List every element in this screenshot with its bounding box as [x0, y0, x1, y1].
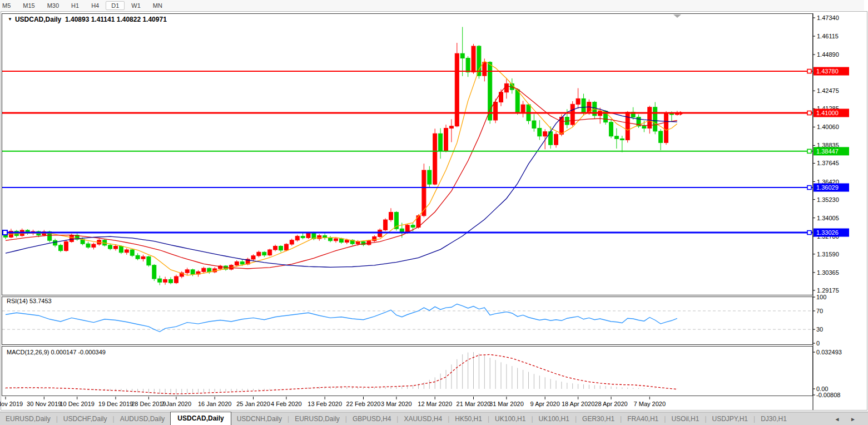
price-axis-label: 1.44890 — [817, 51, 839, 58]
candle-up — [114, 246, 118, 249]
candle-up — [449, 126, 453, 129]
ohlc-values: 1.40893 1.41141 1.40822 1.40971 — [65, 16, 167, 23]
timeframe-button-m15[interactable]: M15 — [17, 1, 40, 10]
timeframe-button-mn[interactable]: MN — [147, 1, 168, 10]
candle-down — [86, 244, 90, 247]
tab-eurusd-daily[interactable]: EURUSD,Daily — [0, 413, 56, 425]
timeframe-button-h1[interactable]: H1 — [66, 1, 85, 10]
tab-hk50-h1[interactable]: HK50,H1 — [449, 413, 488, 425]
chart-window: ▼USDCAD,Daily 1.40893 1.41141 1.40822 1.… — [0, 11, 868, 412]
hline-handle[interactable] — [807, 231, 811, 235]
candle-up — [306, 233, 310, 238]
candle-up — [284, 244, 288, 250]
date-axis-label: 7 May 2020 — [634, 401, 666, 407]
tab-usoil-h1[interactable]: USOil,H1 — [666, 413, 705, 425]
timeframe-toolbar: M5M15M30H1H4D1W1MN — [0, 0, 864, 11]
candle-up — [64, 241, 68, 250]
candle-down — [609, 122, 613, 136]
hline-price-badge-text: 1.43780 — [816, 68, 839, 75]
date-axis-label: 28 Apr 2020 — [594, 401, 627, 407]
date-axis-label: 21 Mar 2020 — [457, 401, 491, 407]
tab-dj30-h1[interactable]: DJ30,H1 — [755, 413, 792, 425]
tab-usdcad-daily[interactable]: USDCAD,Daily — [170, 412, 231, 425]
hline-price-badge-text: 1.41000 — [816, 110, 839, 116]
hline-handle[interactable] — [807, 149, 811, 153]
candle-up — [290, 240, 294, 244]
rsi-axis-label: 100 — [816, 294, 826, 300]
timeframe-button-m5[interactable]: M5 — [0, 1, 16, 10]
tab-uk100-h1[interactable]: UK100,H1 — [533, 413, 575, 425]
hline-handle[interactable] — [807, 70, 811, 73]
rsi-axis-label: 0 — [816, 340, 820, 347]
candle-up — [274, 246, 277, 250]
candle-up — [554, 134, 558, 145]
timeframe-button-w1[interactable]: W1 — [126, 1, 146, 10]
candle-up — [444, 129, 448, 151]
candle-up — [257, 252, 261, 255]
tab-uk100-h1[interactable]: UK100,H1 — [489, 413, 531, 425]
candle-down — [466, 58, 470, 72]
candle-down — [191, 270, 195, 274]
price-axis-label: 1.30365 — [817, 269, 839, 276]
tab-usdcnh-daily[interactable]: USDCNH,Daily — [231, 413, 287, 425]
price-axis-label: 1.47340 — [817, 14, 839, 21]
chevron-down-icon[interactable]: ▼ — [8, 17, 12, 22]
candle-down — [152, 265, 156, 279]
chart-tab-bar: EURUSD,Daily|USDCHF,Daily|AUDUSD,DailyUS… — [0, 412, 868, 425]
candle-up — [202, 268, 206, 271]
rsi-label: RSI(14) 53.7453 — [7, 298, 52, 304]
date-axis-label: 31 Mar 2020 — [489, 401, 524, 407]
candle-down — [53, 240, 57, 245]
chart-svg[interactable]: MACD(12,26,9) 0.000147 -0.0003490.032493… — [0, 11, 868, 412]
symbol-period-label: USDCAD,Daily — [15, 16, 61, 23]
candle-up — [576, 98, 580, 104]
main-price-panel — [2, 14, 813, 295]
timeframe-button-m30[interactable]: M30 — [42, 1, 65, 10]
tab-ger30-h1[interactable]: GER30,H1 — [577, 413, 620, 425]
tab-usdjpy-h1[interactable]: USDJPY,H1 — [707, 413, 753, 425]
price-axis-label: 1.29175 — [817, 287, 839, 294]
hline-handle[interactable] — [3, 230, 7, 235]
candle-up — [521, 105, 525, 112]
candle-down — [158, 279, 162, 282]
candle-up — [384, 220, 388, 230]
tab-eurusd-daily[interactable]: EURUSD,Daily — [289, 413, 345, 425]
candle-up — [571, 104, 574, 125]
tab-fra40-h1[interactable]: FRA40,H1 — [622, 413, 664, 425]
tab-scroll-arrows[interactable]: ◄ ► — [834, 416, 868, 425]
candle-down — [240, 262, 244, 264]
candle-down — [532, 121, 536, 128]
candle-down — [136, 255, 140, 259]
hline-handle[interactable] — [807, 186, 811, 190]
candle-up — [92, 244, 96, 247]
hline-handle[interactable] — [807, 111, 811, 115]
candle-down — [653, 107, 657, 131]
candle-up — [389, 212, 393, 220]
candle-down — [642, 126, 646, 129]
tab-xauusd-h4[interactable]: XAUUSD,H4 — [398, 413, 448, 425]
timeframe-button-h4[interactable]: H4 — [86, 1, 105, 10]
macd-axis-min: -0.00808 — [816, 392, 840, 398]
price-axis-label: 1.40060 — [817, 123, 839, 130]
candle-down — [659, 131, 663, 142]
candle-up — [141, 256, 145, 259]
rsi-axis-label: 70 — [816, 308, 823, 314]
macd-label: MACD(12,26,9) 0.000147 -0.000349 — [7, 349, 106, 355]
candle-down — [147, 256, 151, 265]
date-axis-label: 3 Mar 2020 — [381, 401, 412, 407]
candle-up — [235, 262, 239, 265]
date-axis-label: 30 Nov 2019 — [27, 401, 61, 407]
candle-up — [268, 250, 272, 255]
tab-usdchf-daily[interactable]: USDCHF,Daily — [58, 413, 113, 425]
candle-up — [334, 239, 338, 241]
candle-down — [279, 246, 283, 250]
candle-down — [119, 246, 123, 253]
timeframe-button-d1[interactable]: D1 — [106, 1, 125, 10]
tab-gbpusd-h4[interactable]: GBPUSD,H4 — [347, 413, 396, 425]
candle-down — [515, 90, 519, 112]
candle-up — [626, 112, 629, 140]
candle-down — [169, 279, 173, 283]
tab-audusd-daily[interactable]: AUDUSD,Daily — [115, 413, 171, 425]
candle-down — [439, 134, 443, 151]
candle-up — [251, 256, 255, 259]
